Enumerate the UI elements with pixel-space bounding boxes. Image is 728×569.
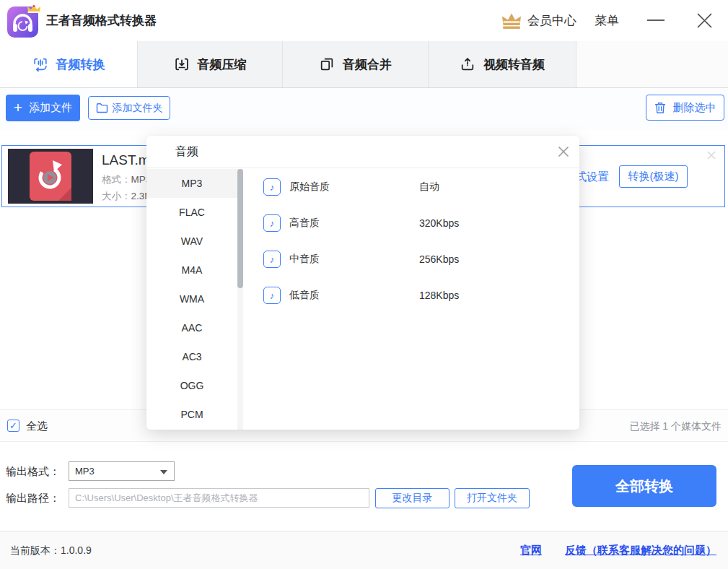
check-icon: ✓ xyxy=(9,420,17,431)
tab-label: 音频合并 xyxy=(343,56,392,73)
music-note-icon: ♪ xyxy=(263,287,281,304)
tab-video-to-audio[interactable]: 视频转音频 xyxy=(429,41,576,87)
menu-button[interactable]: 菜单 xyxy=(595,0,619,41)
format-option[interactable]: AC3 xyxy=(146,342,237,371)
quality-value: 320Kbps xyxy=(419,217,459,229)
popup-close-button[interactable] xyxy=(557,145,570,158)
quality-list: ♪ 原始音质 自动 ♪ 高音质 320Kbps ♪ 中音质 256Kbps ♪ … xyxy=(243,169,579,430)
member-center-label: 会员中心 xyxy=(527,12,576,29)
tab-label: 视频转音频 xyxy=(483,56,545,73)
output-format-select[interactable]: MP3 xyxy=(69,461,175,481)
audio-convert-icon xyxy=(32,56,48,72)
output-path-input[interactable] xyxy=(69,488,369,508)
format-option[interactable]: WMA xyxy=(146,284,237,313)
quality-row[interactable]: ♪ 高音质 320Kbps xyxy=(263,205,579,241)
format-popup: 音频 MP3 FLAC WAV M4A WMA AAC AC3 OGG PCM xyxy=(146,136,579,430)
format-option[interactable]: MP3 xyxy=(146,169,237,198)
file-size-meta: 大小：2.3M xyxy=(102,190,153,203)
convert-fast-button[interactable]: 转换(极速) xyxy=(619,165,688,188)
add-folder-button[interactable]: 添加文件夹 xyxy=(88,96,170,120)
chevron-down-icon xyxy=(160,470,167,474)
footer: 当前版本：1.0.0.9 官网 反馈（联系客服解决您的问题） xyxy=(0,531,728,569)
music-note-icon: ♪ xyxy=(263,214,281,232)
feedback-link[interactable]: 反馈（联系客服解决您的问题） xyxy=(565,544,716,557)
app-logo-icon xyxy=(7,4,40,38)
popup-header: 音频 xyxy=(146,136,579,168)
quality-label: 原始音质 xyxy=(289,181,419,194)
close-button[interactable] xyxy=(693,9,716,32)
remove-file-button[interactable] xyxy=(706,150,716,160)
member-crown-icon xyxy=(501,12,522,30)
tab-bar: 音频转换 音频压缩 音频合并 xyxy=(0,41,728,88)
add-file-label: 添加文件 xyxy=(29,101,72,115)
quality-label: 低音质 xyxy=(289,289,419,302)
popup-body: MP3 FLAC WAV M4A WMA AAC AC3 OGG PCM ♪ 原… xyxy=(146,169,579,430)
format-option[interactable]: FLAC xyxy=(146,198,237,227)
quality-value: 自动 xyxy=(419,181,439,194)
quality-label: 高音质 xyxy=(289,217,419,230)
quality-row[interactable]: ♪ 低音质 128Kbps xyxy=(263,277,579,313)
select-all-label: 全选 xyxy=(26,410,48,442)
quality-value: 256Kbps xyxy=(419,253,459,265)
selected-count-text: 已选择 1 个媒体文件 xyxy=(629,410,722,442)
plus-icon: + xyxy=(14,100,22,115)
format-list-scrollbar xyxy=(237,169,243,430)
tab-label: 音频压缩 xyxy=(198,56,247,73)
member-center-button[interactable]: 会员中心 xyxy=(501,0,576,41)
video-to-audio-icon xyxy=(460,56,475,72)
format-option[interactable]: OGG xyxy=(146,371,237,400)
trash-icon xyxy=(654,102,666,114)
app-window: 王者音频格式转换器 会员中心 菜单 xyxy=(0,0,728,569)
output-section: 输出格式： MP3 输出路径： 更改目录 打开文件夹 全部转换 xyxy=(0,442,728,531)
open-folder-button[interactable]: 打开文件夹 xyxy=(455,488,530,508)
folder-icon xyxy=(96,103,108,113)
music-note-icon: ♪ xyxy=(263,178,281,196)
format-list: MP3 FLAC WAV M4A WMA AAC AC3 OGG PCM xyxy=(146,169,237,430)
format-option[interactable]: WAV xyxy=(146,227,237,256)
change-directory-button[interactable]: 更改目录 xyxy=(375,488,449,508)
scrollbar-thumb[interactable] xyxy=(237,169,243,288)
audio-compress-icon xyxy=(174,56,190,72)
popup-title: 音频 xyxy=(175,136,198,168)
official-site-link[interactable]: 官网 xyxy=(520,544,542,557)
title-bar: 王者音频格式转换器 会员中心 菜单 xyxy=(0,0,728,41)
output-format-value: MP3 xyxy=(75,466,95,477)
add-folder-label: 添加文件夹 xyxy=(113,102,163,115)
tab-audio-merge[interactable]: 音频合并 xyxy=(283,41,429,87)
quality-row[interactable]: ♪ 原始音质 自动 xyxy=(263,169,579,205)
convert-all-button[interactable]: 全部转换 xyxy=(572,465,716,507)
quality-row[interactable]: ♪ 中音质 256Kbps xyxy=(263,241,579,277)
audio-merge-icon xyxy=(319,56,335,72)
toolbar: + 添加文件 添加文件夹 删除选中 xyxy=(0,88,728,130)
add-file-button[interactable]: + 添加文件 xyxy=(6,95,80,121)
select-all-checkbox[interactable]: ✓ xyxy=(7,420,19,432)
tab-bar-filler xyxy=(576,41,728,87)
app-title: 王者音频格式转换器 xyxy=(46,0,157,41)
file-thumbnail xyxy=(8,149,93,204)
music-note-icon: ♪ xyxy=(263,251,281,268)
output-path-label: 输出路径： xyxy=(6,488,60,508)
footer-links: 官网 反馈（联系客服解决您的问题） xyxy=(520,531,716,569)
version-text: 当前版本：1.0.0.9 xyxy=(10,531,92,569)
format-option[interactable]: AAC xyxy=(146,313,237,342)
delete-selected-button[interactable]: 删除选中 xyxy=(646,95,724,121)
delete-selected-label: 删除选中 xyxy=(673,101,716,115)
quality-label: 中音质 xyxy=(289,253,419,266)
tab-audio-compress[interactable]: 音频压缩 xyxy=(138,41,283,87)
quality-value: 128Kbps xyxy=(419,290,459,301)
minimize-button[interactable] xyxy=(647,19,665,21)
tab-audio-convert[interactable]: 音频转换 xyxy=(0,41,138,87)
format-option[interactable]: M4A xyxy=(146,256,237,284)
output-format-label: 输出格式： xyxy=(6,461,60,481)
format-option[interactable]: PCM xyxy=(146,400,237,429)
tab-label: 音频转换 xyxy=(56,56,105,73)
file-format-meta: 格式：MP3 xyxy=(102,173,151,186)
